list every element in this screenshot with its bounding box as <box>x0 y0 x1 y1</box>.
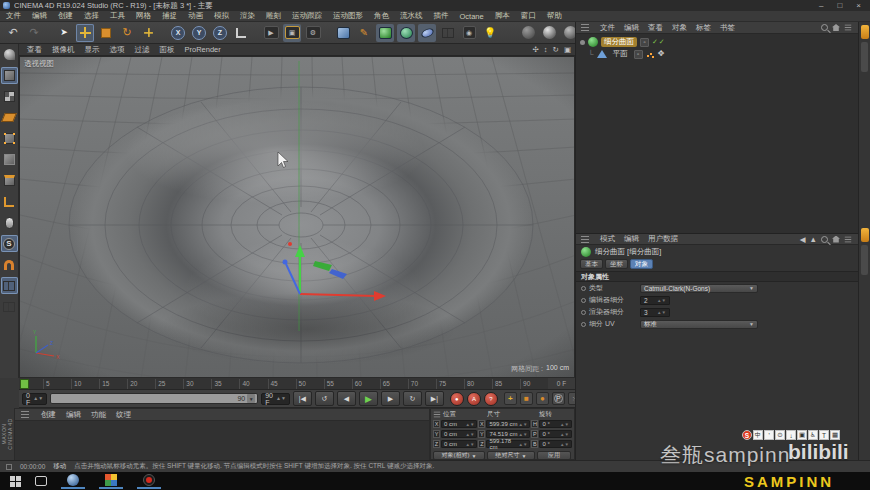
menu-item[interactable]: 雕刻 <box>266 11 281 21</box>
layer-toggle-icon[interactable]: ▫ <box>640 38 649 47</box>
undo-button[interactable]: ↶ <box>4 24 22 42</box>
key-parameter-toggle[interactable]: P <box>552 392 565 405</box>
subdivide-uv-dropdown[interactable]: 标准▼ <box>640 320 758 329</box>
key-scale-toggle[interactable]: ■ <box>520 392 533 405</box>
ime-logo-icon[interactable]: S <box>742 430 752 440</box>
render-view-button[interactable]: ▶ <box>262 24 280 42</box>
timeline-end-field[interactable]: 0 F <box>548 378 575 390</box>
vp-menu-options[interactable]: 选项 <box>110 45 125 55</box>
camera-button[interactable]: ◉ <box>460 24 478 42</box>
up-arrow-icon[interactable]: ▲ <box>810 235 817 244</box>
menu-item[interactable]: 插件 <box>434 11 449 21</box>
light-button[interactable]: 💡 <box>481 24 499 42</box>
tab-object[interactable]: 对象 <box>630 259 653 269</box>
workplane-mode-button[interactable] <box>1 109 18 126</box>
menu-item[interactable]: 角色 <box>374 11 389 21</box>
vp-zoom-icon[interactable]: ↕ <box>544 45 548 54</box>
array-generator-button[interactable] <box>397 24 415 42</box>
menu-item[interactable]: 捕捉 <box>162 11 177 21</box>
enable-axis-button[interactable] <box>1 193 18 210</box>
om-menu-edit[interactable]: 编辑 <box>624 23 639 33</box>
om-options-icon[interactable] <box>845 25 851 31</box>
tab-basic[interactable]: 基本 <box>580 259 603 269</box>
menu-item[interactable]: Octane <box>460 12 484 21</box>
vp-move-icon[interactable]: ✣ <box>533 45 539 54</box>
pos-y-field[interactable]: 0 cm▲▼ <box>441 430 477 438</box>
edges-mode-button[interactable] <box>1 151 18 168</box>
texture-mode-button[interactable] <box>1 88 18 105</box>
next-frame-button[interactable]: ▶ <box>381 391 400 406</box>
am-panel-menu-icon[interactable] <box>581 236 589 243</box>
keyframe-selection-button[interactable]: ? <box>484 392 498 406</box>
ime-icon[interactable]: ♿ <box>808 430 818 440</box>
goto-end-button[interactable]: ▶| <box>425 391 444 406</box>
timeline-ruler[interactable]: 51015202530354045505560657075808590 <box>19 378 548 390</box>
task-view-button[interactable] <box>35 476 47 486</box>
menu-item[interactable]: 选择 <box>84 11 99 21</box>
layout-tab-active[interactable] <box>861 25 869 39</box>
am-menu-edit[interactable]: 编辑 <box>624 234 639 244</box>
ime-icon[interactable]: ↓ <box>786 430 796 440</box>
points-mode-button[interactable] <box>1 130 18 147</box>
vp-menu-prorender[interactable]: ProRender <box>185 45 221 54</box>
size-x-field[interactable]: 599.39 cm▲▼ <box>486 420 530 428</box>
ime-icon[interactable]: ▣ <box>797 430 807 440</box>
object-row-plane[interactable]: └ 平面 ▫ ✥ <box>576 48 858 60</box>
apply-button[interactable]: 应用 <box>537 451 571 460</box>
ime-icon[interactable]: ' <box>764 430 774 440</box>
mat-menu-texture[interactable]: 纹理 <box>116 410 131 420</box>
record-keyframe-button[interactable]: ● <box>450 392 464 406</box>
back-arrow-icon[interactable]: ◀ <box>800 235 806 244</box>
enable-snap-button[interactable]: S <box>1 235 18 252</box>
autokey-button[interactable]: A <box>467 392 481 406</box>
perspective-viewport[interactable]: X Y Z 透视视图 网格间距 :100 cm <box>19 56 575 378</box>
selection-tool-button[interactable]: ➤ <box>55 24 73 42</box>
loop-button[interactable]: ↻ <box>403 391 422 406</box>
workplane-snap-button[interactable] <box>1 277 18 294</box>
layout-tab[interactable] <box>861 42 868 72</box>
key-rotation-toggle[interactable]: ● <box>536 392 549 405</box>
scale-tool-button[interactable] <box>97 24 115 42</box>
previous-frame-button[interactable]: ◀ <box>337 391 356 406</box>
render-picture-viewer-button[interactable]: ▣ <box>283 24 301 42</box>
play-backwards-button[interactable]: ↺ <box>315 391 334 406</box>
redo-button[interactable]: ↷ <box>25 24 43 42</box>
convert-object-button[interactable] <box>1 46 18 63</box>
enable-checks-icon[interactable]: ✓✓ <box>652 38 666 46</box>
menu-item[interactable]: 网格 <box>136 11 151 21</box>
shading-sphere-2[interactable] <box>540 24 558 42</box>
taskbar-cinema4d[interactable] <box>61 473 85 489</box>
goto-start-button[interactable]: |◀ <box>293 391 312 406</box>
menu-item[interactable]: 文件 <box>6 11 21 21</box>
ime-icon[interactable]: 中 <box>753 430 763 440</box>
taskbar-grid-app[interactable] <box>99 473 123 489</box>
object-name[interactable]: 平面 <box>610 49 631 59</box>
last-tool-button[interactable] <box>139 24 157 42</box>
anim-dot-icon[interactable] <box>581 322 586 327</box>
object-row-subdivision[interactable]: 细分曲面 ▫ ✓✓ <box>576 36 858 48</box>
am-options-icon[interactable] <box>845 236 851 242</box>
size-z-field[interactable]: 599.178 cm▲▼ <box>486 440 530 448</box>
menu-item[interactable]: 编辑 <box>32 11 47 21</box>
quantize-button[interactable] <box>1 256 18 273</box>
start-button[interactable] <box>10 476 21 487</box>
render-subdivision-field[interactable]: 3▲▼ <box>640 308 670 317</box>
vp-menu-display[interactable]: 显示 <box>85 45 100 55</box>
phong-tag-icon[interactable]: ✥ <box>658 50 665 58</box>
current-frame-field[interactable]: 0 F▲▼ <box>22 393 47 405</box>
rot-b-field[interactable]: 0 °▲▼ <box>539 440 572 448</box>
om-panel-menu-icon[interactable] <box>581 24 589 31</box>
mat-menu-function[interactable]: 功能 <box>91 410 106 420</box>
close-button[interactable]: × <box>856 1 861 10</box>
size-y-field[interactable]: 74.519 cm▲▼ <box>486 430 530 438</box>
mat-menu-create[interactable]: 创建 <box>41 410 56 420</box>
anim-dot-icon[interactable] <box>581 298 586 303</box>
spline-object-button[interactable] <box>418 24 436 42</box>
move-tool-button[interactable] <box>76 24 94 42</box>
key-position-toggle[interactable]: + <box>504 392 517 405</box>
end-frame-field[interactable]: 90 F▲▼ <box>261 393 290 405</box>
om-menu-view[interactable]: 查看 <box>648 23 663 33</box>
coords-mode-dropdown[interactable]: 对象(相对)▼ <box>433 451 485 460</box>
shading-sphere-1[interactable] <box>519 24 537 42</box>
ime-icon[interactable]: ▦ <box>830 430 840 440</box>
